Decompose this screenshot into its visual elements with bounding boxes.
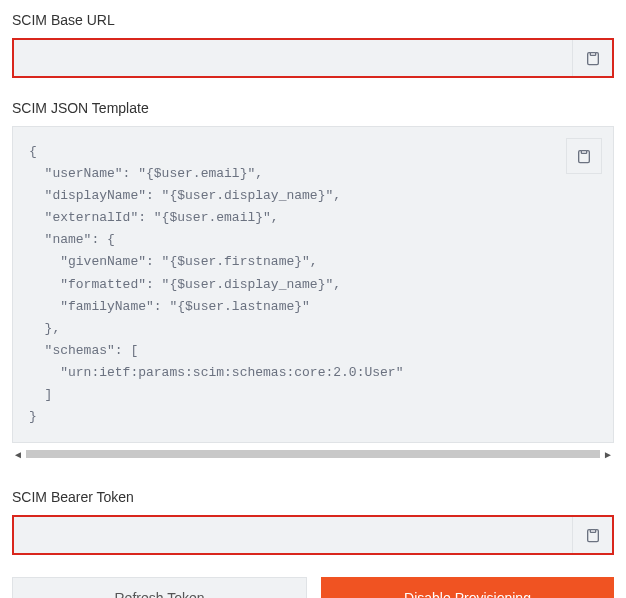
scim-base-url-group [12, 38, 614, 78]
clipboard-icon [585, 50, 601, 66]
clipboard-icon [576, 148, 592, 164]
svg-rect-0 [590, 53, 595, 56]
copy-json-template-button[interactable] [566, 138, 602, 174]
scrollbar-thumb[interactable] [26, 450, 600, 458]
clipboard-icon [585, 527, 601, 543]
svg-rect-2 [590, 530, 595, 533]
refresh-token-button[interactable]: Refresh Token [12, 577, 307, 598]
scroll-right-arrow-icon[interactable]: ► [602, 449, 614, 460]
scim-json-template-code[interactable]: { "userName": "{$user.email}", "displayN… [12, 126, 614, 443]
action-button-row: Refresh Token Disable Provisioning [12, 577, 614, 598]
disable-provisioning-button[interactable]: Disable Provisioning [321, 577, 614, 598]
scim-bearer-token-group [12, 515, 614, 555]
scroll-left-arrow-icon[interactable]: ◄ [12, 449, 24, 460]
scim-json-template-label: SCIM JSON Template [12, 100, 614, 116]
scim-bearer-token-label: SCIM Bearer Token [12, 489, 614, 505]
horizontal-scrollbar[interactable]: ◄ ► [12, 447, 614, 461]
scim-json-template-wrapper: { "userName": "{$user.email}", "displayN… [12, 126, 614, 461]
scim-base-url-input[interactable] [14, 40, 572, 76]
scim-bearer-token-input[interactable] [14, 517, 572, 553]
copy-bearer-token-button[interactable] [572, 517, 612, 553]
scim-base-url-label: SCIM Base URL [12, 12, 614, 28]
svg-rect-1 [581, 151, 586, 154]
copy-base-url-button[interactable] [572, 40, 612, 76]
